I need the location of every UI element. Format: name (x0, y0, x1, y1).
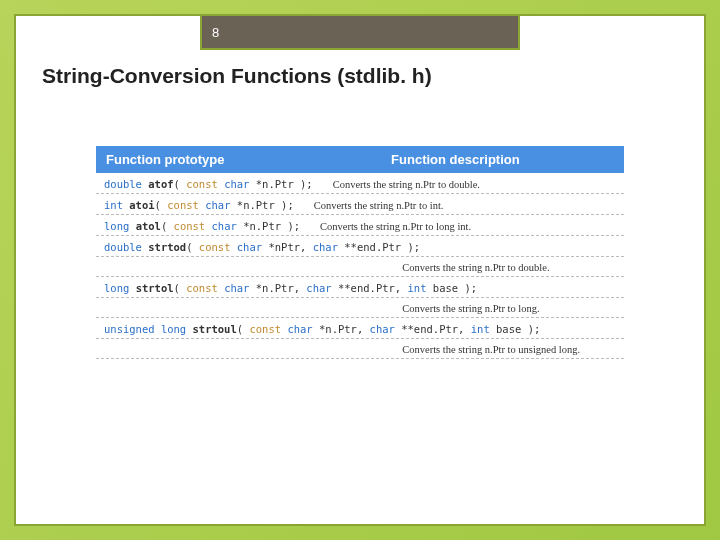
header-prototype: Function prototype (96, 146, 381, 173)
table-header: Function prototype Function description (96, 146, 624, 173)
table-row: double atof( const char *n.Ptr );Convert… (96, 173, 624, 194)
table-row: long atol( const char *n.Ptr );Converts … (96, 215, 624, 236)
prototype-code: int atoi( const char *n.Ptr ); (104, 199, 294, 211)
table-row: long strtol( const char *n.Ptr, char **e… (96, 277, 624, 298)
slide-frame: 8 String-Conversion Functions (stdlib. h… (14, 14, 706, 526)
prototype-code: double atof( const char *n.Ptr ); (104, 178, 313, 190)
table-body: double atof( const char *n.Ptr );Convert… (96, 173, 624, 359)
table-row: double strtod( const char *nPtr, char **… (96, 236, 624, 257)
prototype-code: unsigned long strtoul( const char *n.Ptr… (104, 323, 540, 335)
table-row: int atoi( const char *n.Ptr );Converts t… (96, 194, 624, 215)
description-text: Converts the string n.Ptr to int. (314, 200, 444, 211)
table-row: unsigned long strtoul( const char *n.Ptr… (96, 318, 624, 339)
description-text: Converts the string n.Ptr to double. (333, 179, 480, 190)
page-number: 8 (212, 25, 219, 40)
header-description: Function description (381, 146, 624, 173)
function-table: Function prototype Function description … (96, 146, 624, 359)
table-row: Converts the string n.Ptr to unsigned lo… (96, 339, 624, 359)
slide-title: String-Conversion Functions (stdlib. h) (42, 64, 432, 88)
description-text: Converts the string n.Ptr to long int. (320, 221, 471, 232)
table-row: Converts the string n.Ptr to double. (96, 257, 624, 277)
table-row: Converts the string n.Ptr to long. (96, 298, 624, 318)
prototype-code: long strtol( const char *n.Ptr, char **e… (104, 282, 477, 294)
prototype-code: double strtod( const char *nPtr, char **… (104, 241, 420, 253)
page-number-box: 8 (200, 14, 520, 50)
prototype-code: long atol( const char *n.Ptr ); (104, 220, 300, 232)
